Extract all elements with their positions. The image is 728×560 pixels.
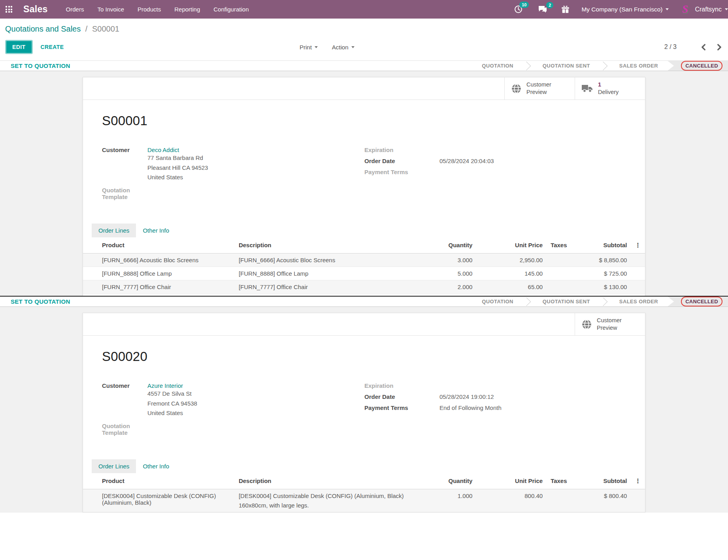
stage-cancelled-current[interactable]: CANCELLED	[668, 297, 728, 306]
table-header-row: Product Description Quantity Unit Price …	[83, 473, 645, 489]
quotation-template-field[interactable]: Quotation Template	[102, 423, 364, 436]
payment-terms-value[interactable]: End of Following Month	[439, 404, 502, 411]
order-date-value[interactable]: 05/28/2024 20:04:03	[439, 158, 494, 164]
record-s00020: SET TO QUOTATION QUOTATION QUOTATION SEN…	[0, 296, 728, 513]
gift-icon[interactable]	[561, 5, 570, 13]
set-to-quotation-button[interactable]: SET TO QUOTATION	[11, 61, 70, 71]
table-row[interactable]: [FURN_7777] Office Chair [FURN_7777] Off…	[83, 280, 645, 293]
control-panel-actions: Print Action	[300, 44, 355, 51]
tab-order-lines[interactable]: Order Lines	[92, 459, 136, 473]
customer-link[interactable]: Deco Addict	[147, 147, 179, 153]
company-switcher[interactable]: My Company (San Francisco)	[581, 6, 669, 13]
breadcrumb-parent-link[interactable]: Quotations and Sales	[5, 24, 81, 33]
address-line: Pleasant Hill CA 94523	[147, 163, 208, 173]
user-menu[interactable]: Craftsync	[695, 6, 728, 13]
expiration-field[interactable]: Expiration	[364, 382, 626, 389]
col-product[interactable]: Product	[83, 237, 235, 254]
col-unit-price[interactable]: Unit Price	[476, 473, 547, 489]
cell-subtotal: $ 725.00	[575, 267, 631, 280]
cell-subtotal: $ 130.00	[575, 280, 631, 293]
chevron-down-icon	[666, 8, 669, 10]
customer-field: Customer Azure Interior 4557 De Silva St…	[102, 382, 364, 418]
activities-clock-icon[interactable]: 10	[514, 5, 522, 13]
form-sheet: Customer Preview 1 Delivery S00001	[83, 77, 645, 296]
table-row[interactable]: [FURN_8888] Office Lamp [FURN_8888] Offi…	[83, 267, 645, 280]
customer-value: Deco Addict 77 Santa Barbara Rd Pleasant…	[147, 147, 208, 182]
customer-preview-button[interactable]: Customer Preview	[575, 313, 645, 335]
edit-button[interactable]: EDIT	[5, 40, 33, 54]
column-options-icon[interactable]: ⋮	[631, 473, 645, 489]
navbar-systray: 10 2 My Company (San Francisco) S Crafts…	[514, 4, 728, 15]
avatar[interactable]: S	[679, 4, 691, 15]
col-subtotal[interactable]: Subtotal	[575, 237, 631, 254]
apps-grid-icon[interactable]	[6, 6, 12, 13]
col-taxes[interactable]: Taxes	[547, 237, 575, 254]
cell-product: [FURN_6666] Acoustic Bloc Screens	[83, 253, 235, 267]
cell-description: [FURN_8888] Office Lamp	[235, 267, 409, 280]
print-dropdown[interactable]: Print	[300, 44, 318, 51]
cancelled-badge: CANCELLED	[681, 297, 722, 306]
cell-quantity: 1.000	[409, 489, 477, 512]
cell-unit-price: 2,950.00	[476, 253, 547, 267]
stage-separator-chevron	[523, 297, 533, 306]
col-unit-price[interactable]: Unit Price	[476, 237, 547, 254]
col-quantity[interactable]: Quantity	[409, 237, 477, 254]
stage-quotation[interactable]: QUOTATION	[472, 297, 523, 306]
table-row[interactable]: [FURN_6666] Acoustic Bloc Screens [FURN_…	[83, 253, 645, 267]
cell-unit-price: 65.00	[476, 280, 547, 293]
messages-icon[interactable]: 2	[538, 6, 547, 13]
stage-quotation-sent[interactable]: QUOTATION SENT	[533, 61, 600, 71]
cell-quantity: 3.000	[409, 253, 477, 267]
quotation-template-field[interactable]: Quotation Template	[102, 187, 364, 200]
stage-cancelled-current[interactable]: CANCELLED	[668, 61, 728, 71]
address-line: Fremont CA 94538	[147, 399, 197, 409]
col-subtotal[interactable]: Subtotal	[575, 473, 631, 489]
col-taxes[interactable]: Taxes	[547, 473, 575, 489]
col-product[interactable]: Product	[83, 473, 235, 489]
app-title[interactable]: Sales	[23, 4, 48, 15]
order-date-value[interactable]: 05/28/2024 19:00:12	[439, 393, 494, 400]
delivery-button[interactable]: 1 Delivery	[575, 77, 645, 100]
cell-description: [FURN_7777] Office Chair	[235, 280, 409, 293]
record-body: Customer Preview 1 Delivery S00001	[0, 71, 728, 296]
col-description[interactable]: Description	[235, 237, 409, 254]
chevron-down-icon	[725, 8, 728, 10]
user-name: Craftsync	[695, 6, 722, 13]
smart-buttons-bar: Customer Preview	[83, 313, 645, 336]
stage-sales-order[interactable]: SALES ORDER	[610, 297, 668, 306]
col-quantity[interactable]: Quantity	[409, 473, 477, 489]
sheet-content: S00001 Customer Deco Addict 77 Santa Bar…	[83, 113, 645, 294]
customer-field: Customer Deco Addict 77 Santa Barbara Rd…	[102, 147, 364, 182]
stage-quotation[interactable]: QUOTATION	[472, 61, 523, 71]
stage-quotation-sent[interactable]: QUOTATION SENT	[533, 297, 600, 306]
menu-configuration[interactable]: Configuration	[213, 6, 249, 13]
create-button[interactable]: CREATE	[41, 44, 64, 50]
payment-terms-field[interactable]: Payment Terms	[364, 169, 626, 175]
statusbar: QUOTATION QUOTATION SENT SALES ORDER CAN…	[472, 61, 728, 71]
field-group: Customer Azure Interior 4557 De Silva St…	[102, 382, 626, 440]
tab-order-lines[interactable]: Order Lines	[92, 224, 136, 237]
action-dropdown[interactable]: Action	[332, 44, 355, 51]
order-date-label: Order Date	[364, 393, 439, 400]
table-row[interactable]: [DESK0004] Customizable Desk (CONFIG) (A…	[83, 489, 645, 512]
expiration-field[interactable]: Expiration	[364, 147, 626, 153]
menu-orders[interactable]: Orders	[66, 6, 84, 13]
cell-description: [DESK0004] Customizable Desk (CONFIG) (A…	[235, 489, 409, 512]
customer-preview-button[interactable]: Customer Preview	[504, 77, 575, 100]
tab-other-info[interactable]: Other Info	[136, 224, 176, 237]
column-options-icon[interactable]: ⋮	[631, 237, 645, 254]
order-date-field: Order Date 05/28/2024 19:00:12	[364, 393, 626, 400]
col-description[interactable]: Description	[235, 473, 409, 489]
set-to-quotation-button[interactable]: SET TO QUOTATION	[11, 297, 70, 306]
menu-reporting[interactable]: Reporting	[174, 6, 200, 13]
pager-previous-button[interactable]	[700, 44, 706, 51]
cell-quantity: 5.000	[409, 267, 477, 280]
stage-sales-order[interactable]: SALES ORDER	[610, 61, 668, 71]
truck-icon	[581, 84, 593, 93]
menu-products[interactable]: Products	[138, 6, 161, 13]
tab-other-info[interactable]: Other Info	[136, 459, 176, 473]
pager-next-button[interactable]	[717, 44, 722, 51]
menu-to-invoice[interactable]: To Invoice	[97, 6, 124, 13]
customer-preview-label: Customer Preview	[526, 81, 551, 96]
customer-link[interactable]: Azure Interior	[147, 382, 183, 389]
